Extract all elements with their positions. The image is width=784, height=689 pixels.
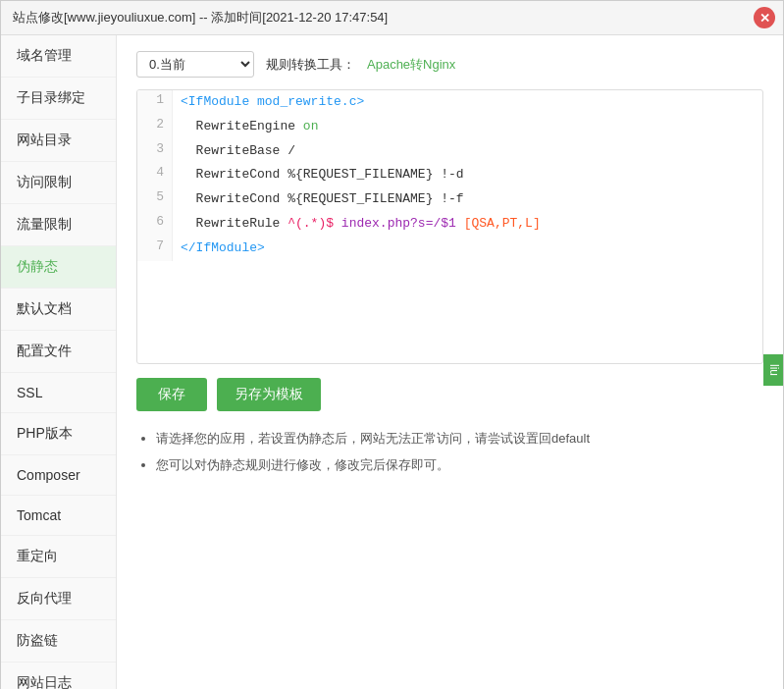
line-num-3: 3 xyxy=(137,139,173,164)
right-tab[interactable]: liu xyxy=(763,354,783,386)
code-editor[interactable]: 1 <IfModule mod_rewrite.c> 2 RewriteEngi… xyxy=(136,89,763,364)
code-line-3: 3 RewriteBase / xyxy=(137,139,762,164)
line-content-6: RewriteRule ^(.*)$ index.php?s=/$1 [QSA,… xyxy=(173,212,549,237)
dialog-body: 域名管理 子目录绑定 网站目录 访问限制 流量限制 伪静态 默认文档 配置文件 … xyxy=(1,35,783,689)
tool-label: 规则转换工具： xyxy=(266,56,355,74)
code-line-1: 1 <IfModule mod_rewrite.c> xyxy=(137,90,762,115)
save-button[interactable]: 保存 xyxy=(136,378,207,411)
sidebar-item-domain[interactable]: 域名管理 xyxy=(1,35,116,78)
code-line-4: 4 RewriteCond %{REQUEST_FILENAME} !-d xyxy=(137,163,762,187)
save-template-button[interactable]: 另存为模板 xyxy=(217,378,321,411)
dialog-title: 站点修改[www.jieyouliuxue.com] -- 添加时间[2021-… xyxy=(13,10,388,25)
tip-1: 请选择您的应用，若设置伪静态后，网站无法正常访问，请尝试设置回default xyxy=(156,429,763,450)
sidebar-item-tomcat[interactable]: Tomcat xyxy=(1,496,116,536)
main-content: liu 0.当前 规则转换工具： Apache转Nginx 1 <IfModul… xyxy=(117,35,783,689)
sidebar-item-traffic[interactable]: 流量限制 xyxy=(1,204,116,246)
sidebar-item-default-doc[interactable]: 默认文档 xyxy=(1,289,116,331)
tips-list: 请选择您的应用，若设置伪静态后，网站无法正常访问，请尝试设置回default 您… xyxy=(136,429,763,476)
line-num-6: 6 xyxy=(137,212,173,237)
sidebar-item-reverse-proxy[interactable]: 反向代理 xyxy=(1,578,116,620)
line-content-3: RewriteBase / xyxy=(173,139,303,164)
code-line-7: 7 </IfModule> xyxy=(137,237,762,261)
line-num-5: 5 xyxy=(137,187,173,212)
sidebar-item-php[interactable]: PHP版本 xyxy=(1,413,116,455)
sidebar-item-redirect[interactable]: 重定向 xyxy=(1,536,116,578)
line-content-7: </IfModule> xyxy=(173,237,273,261)
dialog-header: 站点修改[www.jieyouliuxue.com] -- 添加时间[2021-… xyxy=(1,1,783,35)
code-line-6: 6 RewriteRule ^(.*)$ index.php?s=/$1 [QS… xyxy=(137,212,762,237)
rule-select[interactable]: 0.当前 xyxy=(136,51,254,78)
line-content-4: RewriteCond %{REQUEST_FILENAME} !-d xyxy=(173,163,472,187)
sidebar-item-subdir[interactable]: 子目录绑定 xyxy=(1,78,116,120)
sidebar-item-rewrite[interactable]: 伪静态 xyxy=(1,246,116,289)
sidebar-item-log[interactable]: 网站日志 xyxy=(1,662,116,689)
tip-2: 您可以对伪静态规则进行修改，修改完后保存即可。 xyxy=(156,455,763,476)
line-num-4: 4 xyxy=(137,163,173,187)
sidebar-item-hotlink[interactable]: 防盗链 xyxy=(1,620,116,662)
close-button[interactable]: ✕ xyxy=(754,7,775,28)
line-content-5: RewriteCond %{REQUEST_FILENAME} !-f xyxy=(173,187,472,212)
code-line-2: 2 RewriteEngine on xyxy=(137,115,762,139)
sidebar-item-access[interactable]: 访问限制 xyxy=(1,162,116,204)
sidebar: 域名管理 子目录绑定 网站目录 访问限制 流量限制 伪静态 默认文档 配置文件 … xyxy=(1,35,117,689)
line-content-1: <IfModule mod_rewrite.c> xyxy=(173,90,372,115)
line-num-1: 1 xyxy=(137,90,173,115)
sidebar-item-webdir[interactable]: 网站目录 xyxy=(1,120,116,162)
code-line-5: 5 RewriteCond %{REQUEST_FILENAME} !-f xyxy=(137,187,762,212)
sidebar-item-composer[interactable]: Composer xyxy=(1,455,116,496)
line-num-2: 2 xyxy=(137,115,173,139)
convert-tool-link[interactable]: Apache转Nginx xyxy=(367,56,455,74)
line-num-7: 7 xyxy=(137,237,173,261)
sidebar-item-ssl[interactable]: SSL xyxy=(1,373,116,413)
main-dialog: 站点修改[www.jieyouliuxue.com] -- 添加时间[2021-… xyxy=(0,0,784,689)
sidebar-item-config[interactable]: 配置文件 xyxy=(1,331,116,373)
toolbar-row: 0.当前 规则转换工具： Apache转Nginx xyxy=(136,51,763,78)
button-row: 保存 另存为模板 xyxy=(136,378,763,411)
line-content-2: RewriteEngine on xyxy=(173,115,326,139)
